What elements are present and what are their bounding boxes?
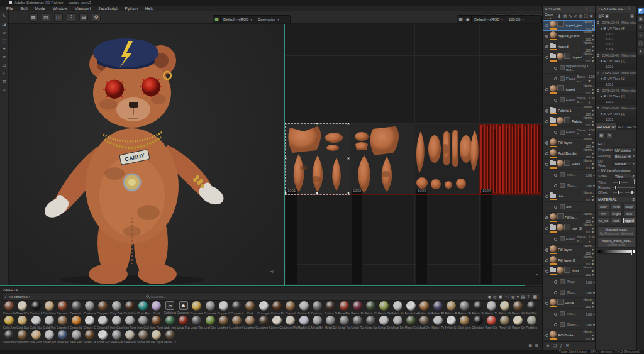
asset-chip[interactable]: Fabric De xyxy=(377,301,391,316)
asset-chip[interactable]: Gold Arm xyxy=(3,316,16,330)
asset-chip[interactable]: Iron Gall xyxy=(136,316,150,330)
visibility-eye-icon[interactable] xyxy=(545,227,548,230)
material-menu-icon[interactable]: ≡ xyxy=(632,197,635,201)
layer-blend-opacity[interactable]: Norm.. ▾100 ▾ xyxy=(582,191,594,202)
selection-handle[interactable] xyxy=(347,192,350,194)
menu-item-python[interactable]: Python xyxy=(121,6,142,11)
asset-chip[interactable]: Crystal xyxy=(284,301,297,316)
asset-chip[interactable]: ☻Concrete B xyxy=(177,301,190,316)
asset-chip[interactable]: Felt Blac xyxy=(525,301,538,316)
asset-chip[interactable]: Cotton Tw xyxy=(297,301,311,316)
texture-set-row[interactable]: stitches2048x2048Main shader▾ ⊞ UV Tiles… xyxy=(596,105,636,123)
material-view-icon[interactable]: ▦ xyxy=(213,16,220,22)
layer-blend-opacity[interactable]: Norm.. ▾100 ▾ xyxy=(582,116,594,127)
asset-chip[interactable]: Metal Ed xyxy=(324,316,337,330)
uv-tile-entry[interactable]: 1001 xyxy=(596,31,636,36)
menu-item-help[interactable]: Help xyxy=(142,6,157,11)
asset-chip[interactable]: Fabric Tw xyxy=(485,301,498,316)
material-mode-button[interactable]: Material modeNo Resources Selected xyxy=(597,226,635,236)
asset-filter-icon-8[interactable]: ⊤ xyxy=(527,294,531,299)
asset-chip[interactable]: Iron Forg xyxy=(123,316,136,330)
channel-value[interactable]: 100 ▾ xyxy=(586,290,595,295)
layer-channel-row[interactable]: FloodBase c...100 ▾ xyxy=(543,95,595,106)
asset-chip[interactable]: Metal Ru xyxy=(351,316,364,330)
grid-view-toggle-icon[interactable]: ▦ xyxy=(533,294,537,299)
visibility-eye-icon[interactable] xyxy=(545,56,548,59)
asset-chip[interactable]: Panel Wo xyxy=(498,316,511,330)
visibility-eye-icon[interactable] xyxy=(545,35,548,38)
uv-transformations-header[interactable]: UV transformations xyxy=(601,169,631,172)
projection-select[interactable]: UV projection xyxy=(613,147,631,152)
layer-row[interactable]: me_SuitNorm.. ▾100 ▾ xyxy=(543,223,595,234)
texture-set-visibility-icon[interactable] xyxy=(597,107,599,109)
menu-item-javascript[interactable]: JavaScript xyxy=(94,6,121,11)
asset-chip[interactable]: Stone Bri xyxy=(136,330,150,345)
brush-tool[interactable]: ✎ xyxy=(1,13,8,19)
assets-footer-icon[interactable]: ≣ xyxy=(535,343,538,348)
clone-tool[interactable]: ≋ xyxy=(1,54,8,60)
asset-filter-icon-7[interactable]: ▤ xyxy=(521,294,525,299)
asset-filter-icon-2[interactable]: ▣ xyxy=(499,294,502,299)
layer-channel-row[interactable]: FloodBase c...100 ▾ xyxy=(543,234,595,245)
asset-chip[interactable]: Metal Sc xyxy=(364,316,377,330)
asset-chip[interactable]: Concrete D xyxy=(190,301,203,316)
layer-channel-row[interactable]: Base...100 ▾ xyxy=(543,319,595,330)
layer-row[interactable]: Fabric 1Norm.. ▾100 ▾ xyxy=(543,106,595,116)
layer-blend-opacity[interactable]: Norm.. ▾100 ▾ xyxy=(582,30,594,41)
layer-blend-opacity[interactable]: Norm.. ▾100 ▾ xyxy=(582,212,594,223)
smudge-tool[interactable]: ✦ xyxy=(1,46,8,52)
asset-chip[interactable]: Fabric Pla xyxy=(431,301,445,316)
visibility-eye-icon[interactable] xyxy=(554,77,557,80)
channel-button-metal[interactable]: metal xyxy=(611,204,623,209)
channel-button-scatt[interactable]: scatt xyxy=(611,218,623,223)
selection-handle[interactable] xyxy=(347,123,350,125)
texture-set-row[interactable]: gloves_suit2048x2048Main shader▾ ⊞ UV Ti… xyxy=(596,70,636,87)
uv-tiles-group[interactable]: ▾ ⊞ UV Tiles (1) xyxy=(596,111,636,117)
shader-settings-icon[interactable]: ≡ xyxy=(638,24,644,30)
texture-set-visibility-icon[interactable] xyxy=(597,21,599,24)
selection-handle[interactable] xyxy=(316,123,318,125)
menu-item-mode[interactable]: Mode xyxy=(31,6,49,11)
asset-chip[interactable]: Fabric La xyxy=(404,301,418,316)
settings-icon[interactable]: ⚙ xyxy=(92,13,101,22)
camera-settings-icon[interactable]: ◐ xyxy=(638,32,644,38)
layers-toolbar-icon[interactable]: ✖ xyxy=(590,14,593,19)
material-mode-icon[interactable]: ▦ xyxy=(598,132,604,138)
visibility-eye-icon[interactable] xyxy=(554,323,557,326)
layer-row[interactable]: Fill layerNorm.. ▾100 ▾ xyxy=(543,138,595,148)
viewport-2d[interactable]: 1001 1002 1003 1004 ⌐ xyxy=(285,24,542,285)
layer-blend-opacity[interactable]: Norm.. ▾100 ▾ xyxy=(582,329,594,341)
layer-row[interactable]: AO BurlaNorm.. ▾100 ▾ xyxy=(543,330,595,341)
visibility-eye-icon[interactable] xyxy=(554,184,557,187)
menu-item-window[interactable]: Window xyxy=(49,6,71,11)
layer-channel-row[interactable]: Hei...100 ▾ xyxy=(543,170,595,180)
assets-footer-icon[interactable]: ⊞ xyxy=(528,343,532,348)
texture-set-main[interactable]: stitches2048x2048Main shader xyxy=(596,105,636,111)
asset-chip[interactable]: Grass Wil xyxy=(69,316,82,330)
layer-channel-row[interactable]: dirt xyxy=(543,202,595,213)
asset-chip[interactable]: Cloth Rou xyxy=(136,301,150,316)
asset-chip[interactable]: Leaf Gree xyxy=(203,316,216,330)
add-layer-icon[interactable]: ⊕ xyxy=(546,343,550,348)
asset-chip[interactable]: Paint Stri xyxy=(485,316,498,330)
layer-row[interactable]: ripped copy 1Norm.. ▾100 ▾ xyxy=(543,52,595,63)
visibility-eye-icon[interactable] xyxy=(545,152,548,155)
asset-chip[interactable]: Iron Cast xyxy=(109,316,123,330)
asset-chip[interactable]: Fabric Sil xyxy=(458,301,471,316)
asset-chip[interactable]: Leather S xyxy=(257,316,270,330)
channel-value[interactable]: 100 ▾ xyxy=(586,323,595,327)
layer-row[interactable]: Fill layer 8Norm.. ▾100 ▾ xyxy=(543,255,595,266)
channel-value[interactable]: 100 ▾ xyxy=(589,75,595,83)
visibility-eye-icon[interactable] xyxy=(545,45,548,48)
material-picker-tool[interactable]: ⊞ xyxy=(1,62,8,69)
channel-value[interactable]: 100 ▾ xyxy=(586,280,595,284)
asset-chip[interactable]: Carbon Fib xyxy=(30,301,43,316)
visibility-eye-icon[interactable] xyxy=(545,259,548,262)
texture-set-main[interactable]: gloves_suit2048x2048Main shader xyxy=(596,70,636,76)
layer-channel-row[interactable]: Rou...100 ▾ xyxy=(543,287,595,298)
more-options-icon[interactable]: ⋮ xyxy=(67,13,75,22)
offset-v-slider[interactable] xyxy=(625,192,635,193)
channel-button-ripped[interactable]: ripped xyxy=(623,218,635,223)
asset-chip[interactable]: Fabric Ve xyxy=(498,301,511,316)
asset-filter-icon-5[interactable]: ◍ xyxy=(511,294,515,299)
